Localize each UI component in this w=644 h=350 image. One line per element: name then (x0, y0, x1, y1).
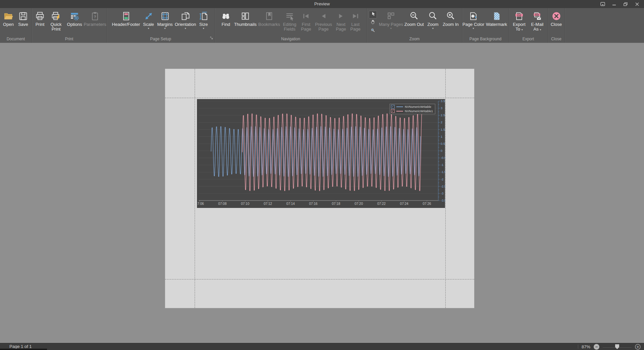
ribbon-group-close: Close Close (548, 8, 565, 43)
many-pages-button[interactable]: Many Pages ▾ (379, 10, 403, 30)
svg-text:PDF: PDF (535, 13, 539, 16)
watermark-icon (492, 10, 501, 22)
parameters-clipboard-icon: ? (90, 10, 100, 22)
orientation-icon (181, 10, 190, 22)
zoom-tool-column (369, 10, 377, 35)
restore-icon[interactable] (621, 1, 631, 7)
options-button[interactable]: Options (65, 10, 84, 27)
preview-window: Preview (0, 0, 644, 350)
close-icon (551, 10, 561, 22)
chart-plot: 07:0607:0807:1007:1207:1407:1607:1807:20… (197, 99, 445, 208)
minimize-icon[interactable] (609, 1, 619, 7)
page-color-button[interactable]: Page Color ▾ (463, 10, 484, 30)
chart-panel: 07:0607:0807:1007:1207:1407:1607:1807:20… (197, 99, 445, 208)
page-color-icon (469, 10, 478, 22)
margin-line-left (195, 69, 195, 308)
save-button[interactable]: Save (16, 10, 30, 27)
svg-text:1: 1 (441, 135, 442, 138)
editing-fields-icon (285, 10, 294, 22)
svg-text:-0.5: -0.5 (441, 156, 445, 160)
svg-text:-2.5: -2.5 (441, 184, 445, 188)
svg-text:3.5: 3.5 (441, 99, 445, 103)
zoom-in-statusbar-button[interactable]: + (635, 344, 641, 350)
previous-page-icon (319, 10, 328, 22)
svg-text:07:14: 07:14 (286, 202, 295, 206)
next-page-button[interactable]: NextPage (334, 10, 348, 32)
quick-print-icon (51, 10, 61, 22)
size-dropdown-arrow: ▾ (203, 27, 204, 30)
zoom-slider-thumb[interactable] (615, 344, 619, 349)
header-footer-button[interactable]: Header/Footer (111, 10, 141, 27)
ribbon-group-page-setup: Header/Footer Scale ▾ Margins (107, 8, 215, 43)
hand-tool-button[interactable] (369, 19, 377, 27)
zoom-icon (428, 10, 438, 22)
zoom-window-tool-button[interactable] (369, 27, 377, 35)
legend-line-sample-series2 (396, 111, 403, 112)
page-setup-dialog-launcher[interactable] (210, 35, 213, 42)
legend-checkbox-series2[interactable]: ✓ (391, 109, 395, 113)
svg-text:07:24: 07:24 (400, 202, 408, 206)
export-to-button[interactable]: PDF ExportTo ▾ (510, 10, 528, 32)
ribbon-group-print: Print QuickPrint Options (32, 8, 107, 43)
zoom-out-icon (409, 10, 419, 22)
size-button[interactable]: Size ▾ (197, 10, 210, 30)
svg-text:PDF: PDF (517, 14, 522, 16)
zoom-slider[interactable] (603, 344, 632, 350)
margin-line-right (445, 69, 446, 308)
svg-text:1.5: 1.5 (441, 128, 445, 131)
close-window-icon[interactable] (632, 1, 642, 7)
options-grid-gear-icon (70, 10, 79, 22)
close-preview-button[interactable]: Close (549, 10, 564, 27)
bookmarks-button[interactable]: Bookmarks (258, 10, 280, 27)
email-as-button[interactable]: PDF E-MailAs ▾ (529, 10, 546, 32)
svg-text:?: ? (94, 15, 96, 19)
svg-text:07:22: 07:22 (377, 202, 386, 206)
previous-page-button[interactable]: PreviousPage (314, 10, 333, 32)
scale-button[interactable]: Scale ▾ (142, 10, 156, 30)
margin-line-top (165, 98, 474, 98)
editing-fields-button[interactable]: EditingFields (281, 10, 298, 32)
last-page-icon (351, 10, 360, 22)
print-button[interactable]: Print (33, 10, 47, 27)
email-pdf-icon: PDF (533, 10, 542, 22)
group-caption-export: Export (509, 36, 548, 43)
statusbar-separator (578, 345, 578, 349)
statusbar-zoom-controls: 87% − + (578, 343, 641, 350)
zoom-out-statusbar-button[interactable]: − (594, 344, 599, 350)
first-page-button[interactable]: FirstPage (299, 10, 313, 32)
zoom-dropdown-arrow: ▾ (432, 27, 434, 30)
thumbnails-button[interactable]: Thumbnails (233, 10, 257, 27)
legend-checkbox-series1[interactable]: ✓ (391, 105, 395, 108)
quick-print-button[interactable]: QuickPrint (48, 10, 64, 32)
svg-text:07:12: 07:12 (264, 202, 272, 206)
orientation-button[interactable]: Orientation ▾ (175, 10, 197, 30)
export-pdf-icon: PDF (514, 10, 524, 22)
zoom-in-button[interactable]: Zoom In (441, 10, 460, 27)
last-page-button[interactable]: LastPage (349, 10, 362, 32)
margins-dropdown-arrow: ▾ (164, 27, 165, 30)
many-pages-dropdown-arrow: ▾ (390, 27, 392, 30)
legend-row-series2: ✓ NVNumericWritable1 (391, 109, 433, 113)
zoom-button[interactable]: Zoom ▾ (425, 10, 441, 30)
parameters-button[interactable]: ? Parameters (85, 10, 105, 27)
watermark-button[interactable]: Watermark (485, 10, 508, 27)
group-caption-zoom: Zoom (367, 36, 462, 43)
legend-row-series1: ✓ NVNumericWritable (391, 105, 433, 108)
svg-text:3: 3 (441, 106, 442, 110)
ribbon-group-page-background: Page Color ▾ Watermark Page Background (462, 8, 509, 43)
fullscreen-icon[interactable] (598, 1, 608, 7)
zoom-out-button[interactable]: Zoom Out (404, 10, 425, 27)
svg-text:07:08: 07:08 (218, 202, 227, 206)
svg-text:-1: -1 (441, 163, 443, 167)
find-button[interactable]: Find (219, 10, 233, 27)
pointer-icon (370, 11, 376, 18)
svg-text:0.5: 0.5 (441, 142, 445, 145)
zoom-in-icon (446, 10, 455, 22)
open-button[interactable]: Open (1, 10, 15, 27)
next-page-icon (337, 10, 345, 22)
svg-text:07:16: 07:16 (309, 202, 317, 206)
orientation-dropdown-arrow: ▾ (185, 27, 186, 30)
svg-text:-1.5: -1.5 (441, 170, 445, 174)
pointer-tool-button[interactable] (369, 11, 377, 18)
margins-button[interactable]: Margins ▾ (156, 10, 174, 30)
